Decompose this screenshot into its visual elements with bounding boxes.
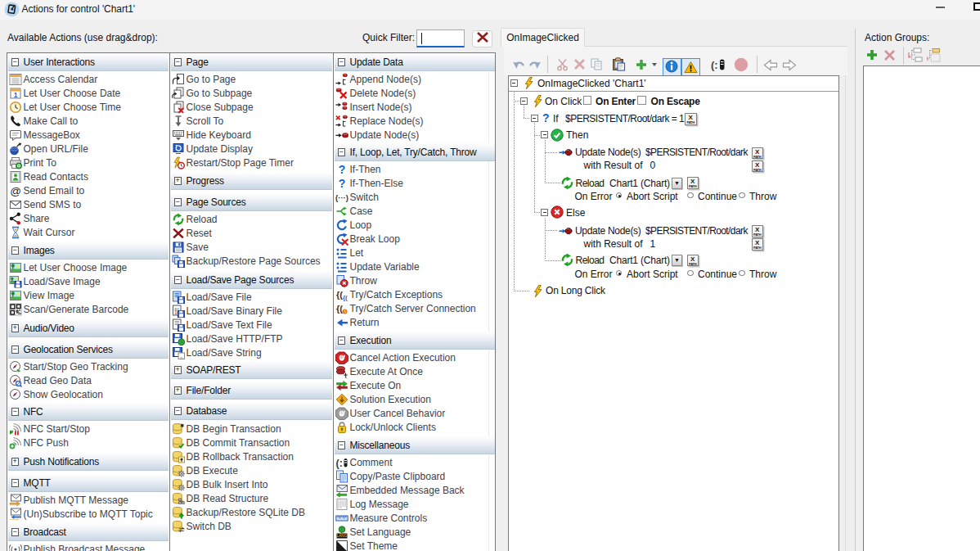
svg-text:1: 1 [13,90,17,98]
svg-text:,,: ,, [179,353,182,359]
svg-text:?: ? [338,163,345,176]
svg-text:{(: {( [336,304,343,314]
svg-text:?: ? [338,177,345,190]
svg-text:(···): (···) [335,192,348,201]
svg-text:(:: (: [335,457,342,468]
svg-text:LANG: LANG [336,534,347,538]
svg-text:1: 1 [344,373,347,378]
svg-text:{(: {( [343,294,348,301]
svg-text:(:: (: [711,59,718,71]
svg-text:@: @ [10,185,21,197]
